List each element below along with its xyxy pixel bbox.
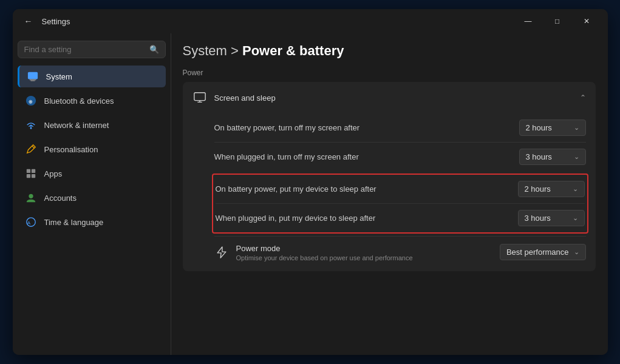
power-mode-left: Power mode Optimise your device based on… <box>214 244 500 261</box>
system-label: System <box>46 72 72 81</box>
plugged-screen-value: 3 hours <box>526 152 569 161</box>
breadcrumb-parent: System <box>183 43 227 58</box>
apps-label: Apps <box>44 169 63 178</box>
page-header: System > Power & battery <box>183 33 596 66</box>
minimize-button[interactable]: — <box>514 12 542 31</box>
breadcrumb: System > Power & battery <box>183 43 596 59</box>
card-header-left: Screen and sleep <box>192 90 276 105</box>
section-label: Power <box>183 66 596 82</box>
plugged-screen-dropdown[interactable]: 3 hours ⌄ <box>519 149 586 165</box>
plugged-screen-label: When plugged in, turn off my screen afte… <box>214 152 519 161</box>
battery-screen-dropdown[interactable]: 2 hours ⌄ <box>519 120 586 136</box>
accounts-icon <box>25 192 37 204</box>
network-icon <box>25 119 37 131</box>
plugged-screen-arrow: ⌄ <box>574 153 579 161</box>
bluetooth-icon: ⎈ <box>25 95 37 107</box>
personalisation-label: Personalisation <box>44 145 98 154</box>
power-mode-title: Power mode <box>236 244 500 253</box>
svg-rect-9 <box>26 174 30 178</box>
breadcrumb-separator: > <box>231 43 242 58</box>
svg-rect-7 <box>26 169 30 173</box>
bluetooth-label: Bluetooth & devices <box>44 96 114 106</box>
power-mode-subtitle: Optimise your device based on power use … <box>236 254 500 261</box>
content-area: 🔍 System ⎈ <box>13 33 608 355</box>
battery-sleep-dropdown[interactable]: 2 hours ⌄ <box>518 181 585 197</box>
setting-row-plugged-sleep: When plugged in, put my device to sleep … <box>216 203 585 232</box>
battery-sleep-label: On battery power, put my device to sleep… <box>216 184 518 194</box>
power-mode-row: Power mode Optimise your device based on… <box>214 236 586 269</box>
svg-rect-2 <box>29 79 36 81</box>
setting-row-plugged-screen: When plugged in, turn off my screen afte… <box>214 142 586 171</box>
sidebar-item-personalisation[interactable]: Personalisation <box>18 138 166 160</box>
titlebar: ← Settings — □ ✕ <box>13 9 608 33</box>
personalisation-icon <box>25 143 37 155</box>
screen-sleep-card: Screen and sleep ⌃ On battery power, tur… <box>183 82 596 271</box>
screen-sleep-title: Screen and sleep <box>214 93 276 103</box>
plugged-sleep-dropdown[interactable]: 3 hours ⌄ <box>518 210 585 226</box>
power-mode-arrow: ⌄ <box>574 248 579 256</box>
sidebar-divider <box>171 33 171 355</box>
breadcrumb-current: Power & battery <box>242 43 344 58</box>
setting-row-battery-screen: On battery power, turn off my screen aft… <box>214 113 586 142</box>
svg-line-6 <box>32 146 34 149</box>
screen-sleep-chevron: ⌃ <box>580 93 586 102</box>
maximize-button[interactable]: □ <box>543 12 571 31</box>
window-title: Settings <box>42 17 70 26</box>
power-mode-dropdown[interactable]: Best performance ⌄ <box>500 244 586 260</box>
battery-sleep-value: 2 hours <box>525 184 568 194</box>
settings-window: ← Settings — □ ✕ 🔍 <box>13 9 608 355</box>
svg-rect-14 <box>194 93 205 101</box>
sidebar-item-apps[interactable]: Apps <box>18 163 166 184</box>
titlebar-left: ← Settings <box>20 13 514 30</box>
battery-screen-value: 2 hours <box>526 123 569 132</box>
system-icon <box>27 70 39 83</box>
plugged-sleep-arrow: ⌄ <box>573 214 578 222</box>
search-box[interactable]: 🔍 <box>18 41 166 58</box>
sidebar-item-network[interactable]: Network & internet <box>18 114 166 136</box>
svg-text:⎈: ⎈ <box>28 98 32 105</box>
svg-point-11 <box>29 194 33 198</box>
svg-text:A: A <box>27 220 30 226</box>
plugged-sleep-value: 3 hours <box>525 214 568 223</box>
time-label: Time & language <box>44 218 104 227</box>
network-label: Network & internet <box>44 121 109 130</box>
sidebar-item-accounts[interactable]: Accounts <box>18 187 166 209</box>
power-mode-text: Power mode Optimise your device based on… <box>236 244 500 261</box>
close-button[interactable]: ✕ <box>573 12 601 31</box>
highlighted-sleep-section: On battery power, put my device to sleep… <box>212 174 588 234</box>
time-icon: A <box>25 216 37 228</box>
plugged-sleep-label: When plugged in, put my device to sleep … <box>216 214 518 223</box>
sidebar-item-system[interactable]: System <box>18 66 166 87</box>
card-header-screen-sleep[interactable]: Screen and sleep ⌃ <box>183 82 596 113</box>
accounts-label: Accounts <box>44 194 77 203</box>
search-input[interactable] <box>24 45 145 54</box>
svg-rect-8 <box>31 169 35 173</box>
svg-rect-10 <box>31 174 35 178</box>
search-icon: 🔍 <box>149 45 159 54</box>
main-content: System > Power & battery Power <box>171 33 608 355</box>
sidebar: 🔍 System ⎈ <box>13 33 171 355</box>
screen-sleep-icon <box>192 90 207 105</box>
apps-icon <box>25 167 37 180</box>
svg-rect-0 <box>27 72 37 79</box>
svg-rect-1 <box>30 80 35 81</box>
battery-sleep-arrow: ⌄ <box>573 185 578 193</box>
sidebar-item-bluetooth[interactable]: ⎈ Bluetooth & devices <box>18 90 166 112</box>
svg-point-5 <box>30 127 32 129</box>
sidebar-item-time[interactable]: A Time & language <box>18 211 166 233</box>
setting-row-battery-sleep: On battery power, put my device to sleep… <box>216 175 585 203</box>
power-mode-value: Best performance <box>506 248 569 257</box>
battery-screen-label: On battery power, turn off my screen aft… <box>214 123 519 132</box>
battery-screen-arrow: ⌄ <box>574 124 579 132</box>
back-button[interactable]: ← <box>20 13 37 30</box>
card-body-screen-sleep: On battery power, turn off my screen aft… <box>183 113 596 271</box>
window-controls: — □ ✕ <box>514 12 601 31</box>
power-mode-icon <box>214 245 229 260</box>
